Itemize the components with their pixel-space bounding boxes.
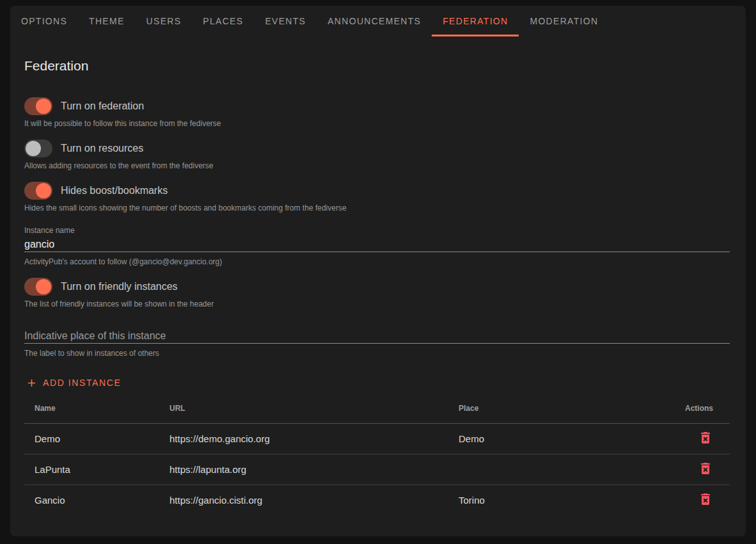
setting-turn-on-friendly-instances: Turn on friendly instances The list of f… — [24, 278, 730, 308]
federation-toggle[interactable] — [24, 97, 52, 115]
delete-instance-button[interactable] — [698, 492, 713, 507]
friendly-instances-table: Name URL Place Actions Demo https://demo… — [24, 394, 730, 516]
switch-label[interactable]: Turn on resources — [61, 143, 143, 154]
tab-theme[interactable]: THEME — [78, 6, 136, 36]
instance-place-cell — [448, 454, 634, 485]
toggle-thumb — [36, 99, 51, 114]
friendly-instances-toggle[interactable] — [24, 278, 52, 296]
tab-announcements[interactable]: ANNOUNCEMENTS — [317, 6, 432, 36]
tab-label: PLACES — [203, 16, 243, 26]
table-row: LaPunta https://lapunta.org — [24, 454, 730, 485]
tab-users[interactable]: USERS — [136, 6, 193, 36]
switch-label[interactable]: Turn on federation — [61, 100, 144, 112]
instance-url-cell: https://lapunta.org — [159, 454, 448, 485]
toggle-thumb — [36, 183, 51, 198]
setting-hides-boost-bookmarks: Hides boost/bookmarks Hides the small ic… — [24, 182, 730, 212]
admin-tabs: OPTIONS THEME USERS PLACES EVENTS ANNOUN… — [10, 6, 746, 36]
admin-card: OPTIONS THEME USERS PLACES EVENTS ANNOUN… — [10, 6, 746, 536]
tab-label: EVENTS — [265, 16, 306, 26]
column-header-name: Name — [24, 394, 159, 424]
instance-url-cell: https://gancio.cisti.org — [159, 485, 448, 516]
instance-place-cell: Torino — [448, 485, 634, 516]
instance-place-hint: The label to show in instances of others — [24, 349, 730, 358]
instance-name-cell: Demo — [24, 424, 159, 454]
tab-moderation[interactable]: MODERATION — [519, 6, 609, 36]
instance-place-cell: Demo — [448, 424, 634, 454]
tab-places[interactable]: PLACES — [192, 6, 254, 36]
delete-forever-icon — [698, 499, 713, 509]
toggle-thumb — [36, 279, 51, 294]
switch-hint: Hides the small icons showing the number… — [24, 204, 730, 212]
setting-turn-on-federation: Turn on federation It will be possible t… — [24, 97, 730, 128]
tab-federation[interactable]: FEDERATION — [432, 6, 519, 36]
tab-options[interactable]: OPTIONS — [10, 6, 78, 36]
switch-label[interactable]: Turn on friendly instances — [61, 281, 178, 292]
tab-label: MODERATION — [530, 16, 598, 26]
tab-events[interactable]: EVENTS — [254, 6, 317, 36]
tab-label: OPTIONS — [21, 16, 67, 26]
instance-place-field-group: The label to show in instances of others — [24, 329, 730, 358]
page-title: Federation — [24, 59, 730, 72]
active-tab-indicator — [432, 35, 519, 36]
switch-hint: Allows adding resources to the event fro… — [24, 161, 730, 170]
table-header-row: Name URL Place Actions — [24, 394, 730, 424]
plus-icon — [26, 377, 38, 389]
instance-name-cell: Gancio — [24, 485, 159, 516]
column-header-url: URL — [159, 394, 448, 424]
resources-toggle[interactable] — [24, 140, 52, 157]
tab-label: THEME — [89, 16, 125, 26]
instance-place-input[interactable] — [24, 329, 730, 344]
delete-instance-button[interactable] — [698, 430, 713, 445]
instance-url-cell: https://demo.gancio.org — [159, 424, 448, 454]
delete-instance-button[interactable] — [698, 461, 713, 476]
switch-hint: It will be possible to follow this insta… — [24, 119, 730, 128]
add-instance-button[interactable]: ADD INSTANCE — [24, 374, 122, 391]
tab-label: FEDERATION — [443, 16, 508, 26]
federation-settings-panel: Federation Turn on federation It will be… — [10, 59, 746, 516]
instance-name-label: Instance name — [24, 226, 730, 235]
instance-name-hint: ActivityPub's account to follow (@gancio… — [24, 257, 730, 266]
toggle-thumb — [26, 141, 41, 156]
column-header-actions: Actions — [634, 394, 730, 424]
tab-label: USERS — [146, 16, 182, 26]
instance-name-field-group: Instance name ActivityPub's account to f… — [24, 226, 730, 266]
table-row: Gancio https://gancio.cisti.org Torino — [24, 485, 730, 516]
switch-label[interactable]: Hides boost/bookmarks — [61, 185, 168, 196]
delete-forever-icon — [698, 438, 713, 447]
instance-name-input[interactable] — [24, 237, 730, 252]
hide-boost-toggle[interactable] — [24, 182, 52, 200]
tab-label: ANNOUNCEMENTS — [327, 16, 421, 26]
table-row: Demo https://demo.gancio.org Demo — [24, 424, 730, 454]
delete-forever-icon — [698, 468, 713, 478]
setting-turn-on-resources: Turn on resources Allows adding resource… — [24, 140, 730, 170]
instance-name-cell: LaPunta — [24, 454, 159, 485]
add-instance-label: ADD INSTANCE — [43, 378, 121, 388]
column-header-place: Place — [448, 394, 634, 424]
switch-hint: The list of friendly instances will be s… — [24, 300, 730, 308]
